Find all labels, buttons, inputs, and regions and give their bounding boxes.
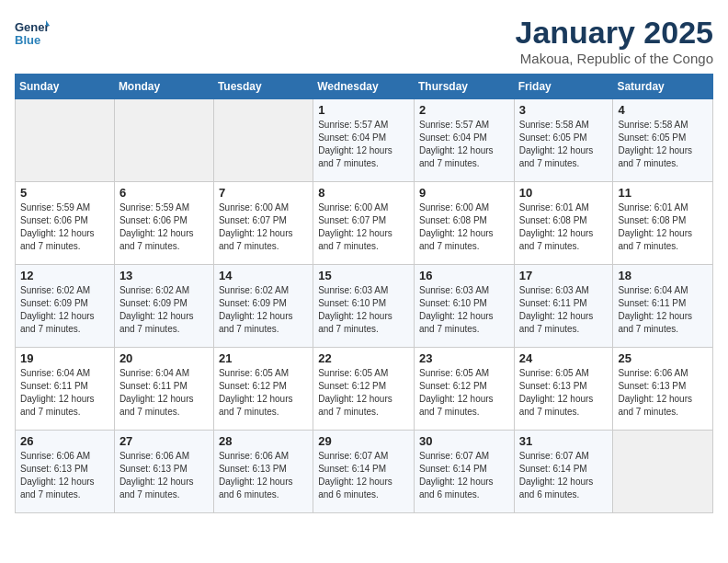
day-number: 16 <box>419 269 509 282</box>
calendar-cell: 13Sunrise: 6:02 AM Sunset: 6:09 PM Dayli… <box>114 265 213 348</box>
calendar-cell: 27Sunrise: 6:06 AM Sunset: 6:13 PM Dayli… <box>114 431 213 513</box>
calendar-cell <box>613 431 713 513</box>
day-number: 23 <box>419 351 509 365</box>
calendar-table: SundayMondayTuesdayWednesdayThursdayFrid… <box>15 74 713 513</box>
calendar-cell <box>114 99 213 182</box>
day-number: 3 <box>519 103 609 117</box>
day-info: Sunrise: 6:07 AM Sunset: 6:14 PM Dayligh… <box>419 450 509 501</box>
calendar-cell: 30Sunrise: 6:07 AM Sunset: 6:14 PM Dayli… <box>414 431 514 513</box>
day-info: Sunrise: 6:06 AM Sunset: 6:13 PM Dayligh… <box>219 450 308 501</box>
svg-text:General: General <box>15 20 50 34</box>
weekday-header-tuesday: Tuesday <box>213 75 313 99</box>
day-number: 31 <box>519 434 609 448</box>
day-info: Sunrise: 6:05 AM Sunset: 6:12 PM Dayligh… <box>318 367 409 419</box>
day-number: 13 <box>119 269 209 282</box>
day-info: Sunrise: 6:03 AM Sunset: 6:11 PM Dayligh… <box>519 284 609 336</box>
calendar-week-row: 1Sunrise: 5:57 AM Sunset: 6:04 PM Daylig… <box>16 99 713 182</box>
day-info: Sunrise: 6:02 AM Sunset: 6:09 PM Dayligh… <box>119 284 209 336</box>
day-number: 18 <box>618 269 708 282</box>
weekday-header-row: SundayMondayTuesdayWednesdayThursdayFrid… <box>16 75 713 99</box>
calendar-cell: 10Sunrise: 6:01 AM Sunset: 6:08 PM Dayli… <box>514 182 613 265</box>
day-number: 2 <box>419 103 509 117</box>
calendar-body: 1Sunrise: 5:57 AM Sunset: 6:04 PM Daylig… <box>16 99 713 513</box>
day-info: Sunrise: 6:00 AM Sunset: 6:08 PM Dayligh… <box>419 201 509 253</box>
calendar-cell: 28Sunrise: 6:06 AM Sunset: 6:13 PM Dayli… <box>213 431 313 513</box>
day-number: 27 <box>119 434 209 448</box>
day-number: 24 <box>519 351 609 365</box>
calendar-cell: 19Sunrise: 6:04 AM Sunset: 6:11 PM Dayli… <box>16 348 115 431</box>
calendar-week-row: 12Sunrise: 6:02 AM Sunset: 6:09 PM Dayli… <box>16 265 713 348</box>
calendar-cell: 6Sunrise: 5:59 AM Sunset: 6:06 PM Daylig… <box>114 182 213 265</box>
month-title: January 2025 <box>516 15 714 51</box>
weekday-header-thursday: Thursday <box>414 75 514 99</box>
day-info: Sunrise: 5:59 AM Sunset: 6:06 PM Dayligh… <box>119 201 209 253</box>
day-number: 11 <box>618 186 708 200</box>
day-number: 26 <box>20 434 109 448</box>
calendar-week-row: 19Sunrise: 6:04 AM Sunset: 6:11 PM Dayli… <box>16 348 713 431</box>
weekday-header-saturday: Saturday <box>613 75 713 99</box>
day-number: 17 <box>519 269 609 282</box>
calendar-cell: 3Sunrise: 5:58 AM Sunset: 6:05 PM Daylig… <box>514 99 613 182</box>
calendar-cell: 21Sunrise: 6:05 AM Sunset: 6:12 PM Dayli… <box>213 348 313 431</box>
calendar-cell: 24Sunrise: 6:05 AM Sunset: 6:13 PM Dayli… <box>514 348 613 431</box>
calendar-cell: 7Sunrise: 6:00 AM Sunset: 6:07 PM Daylig… <box>213 182 313 265</box>
calendar-cell: 12Sunrise: 6:02 AM Sunset: 6:09 PM Dayli… <box>16 265 115 348</box>
calendar-cell: 23Sunrise: 6:05 AM Sunset: 6:12 PM Dayli… <box>414 348 514 431</box>
calendar-cell: 8Sunrise: 6:00 AM Sunset: 6:07 PM Daylig… <box>313 182 415 265</box>
day-number: 22 <box>318 351 409 365</box>
calendar-cell: 17Sunrise: 6:03 AM Sunset: 6:11 PM Dayli… <box>514 265 613 348</box>
day-info: Sunrise: 5:58 AM Sunset: 6:05 PM Dayligh… <box>519 119 609 170</box>
day-number: 12 <box>20 269 109 282</box>
calendar-cell: 15Sunrise: 6:03 AM Sunset: 6:10 PM Dayli… <box>313 265 415 348</box>
day-number: 9 <box>419 186 509 200</box>
day-info: Sunrise: 6:04 AM Sunset: 6:11 PM Dayligh… <box>618 284 708 336</box>
day-info: Sunrise: 6:05 AM Sunset: 6:12 PM Dayligh… <box>219 367 308 419</box>
calendar-cell <box>213 99 313 182</box>
calendar-cell: 25Sunrise: 6:06 AM Sunset: 6:13 PM Dayli… <box>613 348 713 431</box>
calendar-cell: 14Sunrise: 6:02 AM Sunset: 6:09 PM Dayli… <box>213 265 313 348</box>
day-number: 5 <box>20 186 109 200</box>
calendar-week-row: 26Sunrise: 6:06 AM Sunset: 6:13 PM Dayli… <box>16 431 713 513</box>
day-info: Sunrise: 6:01 AM Sunset: 6:08 PM Dayligh… <box>618 201 708 253</box>
calendar-cell: 29Sunrise: 6:07 AM Sunset: 6:14 PM Dayli… <box>313 431 415 513</box>
day-info: Sunrise: 6:05 AM Sunset: 6:12 PM Dayligh… <box>419 367 509 419</box>
day-info: Sunrise: 6:04 AM Sunset: 6:11 PM Dayligh… <box>20 367 109 419</box>
day-info: Sunrise: 5:59 AM Sunset: 6:06 PM Dayligh… <box>20 201 109 253</box>
day-number: 29 <box>318 434 409 448</box>
weekday-header-monday: Monday <box>114 75 213 99</box>
calendar-cell: 16Sunrise: 6:03 AM Sunset: 6:10 PM Dayli… <box>414 265 514 348</box>
location-subtitle: Makoua, Republic of the Congo <box>516 51 714 66</box>
day-info: Sunrise: 6:00 AM Sunset: 6:07 PM Dayligh… <box>219 201 308 253</box>
calendar-cell: 2Sunrise: 5:57 AM Sunset: 6:04 PM Daylig… <box>414 99 514 182</box>
calendar-cell: 26Sunrise: 6:06 AM Sunset: 6:13 PM Dayli… <box>16 431 115 513</box>
svg-text:Blue: Blue <box>15 33 40 47</box>
title-area: January 2025 Makoua, Republic of the Con… <box>516 15 714 66</box>
day-info: Sunrise: 6:01 AM Sunset: 6:08 PM Dayligh… <box>519 201 609 253</box>
calendar-cell: 4Sunrise: 5:58 AM Sunset: 6:05 PM Daylig… <box>613 99 713 182</box>
day-info: Sunrise: 6:03 AM Sunset: 6:10 PM Dayligh… <box>318 284 409 336</box>
day-info: Sunrise: 6:02 AM Sunset: 6:09 PM Dayligh… <box>20 284 109 336</box>
day-info: Sunrise: 5:57 AM Sunset: 6:04 PM Dayligh… <box>419 119 509 170</box>
weekday-header-wednesday: Wednesday <box>313 75 415 99</box>
day-number: 8 <box>318 186 409 200</box>
day-info: Sunrise: 6:05 AM Sunset: 6:13 PM Dayligh… <box>519 367 609 419</box>
day-info: Sunrise: 5:57 AM Sunset: 6:04 PM Dayligh… <box>318 119 409 170</box>
day-info: Sunrise: 6:03 AM Sunset: 6:10 PM Dayligh… <box>419 284 509 336</box>
day-number: 19 <box>20 351 109 365</box>
day-info: Sunrise: 6:00 AM Sunset: 6:07 PM Dayligh… <box>318 201 409 253</box>
day-number: 28 <box>219 434 308 448</box>
calendar-header: SundayMondayTuesdayWednesdayThursdayFrid… <box>16 75 713 99</box>
calendar-cell: 5Sunrise: 5:59 AM Sunset: 6:06 PM Daylig… <box>16 182 115 265</box>
day-info: Sunrise: 6:06 AM Sunset: 6:13 PM Dayligh… <box>618 367 708 419</box>
day-number: 15 <box>318 269 409 282</box>
day-info: Sunrise: 6:06 AM Sunset: 6:13 PM Dayligh… <box>119 450 209 501</box>
day-info: Sunrise: 6:02 AM Sunset: 6:09 PM Dayligh… <box>219 284 308 336</box>
day-number: 1 <box>318 103 409 117</box>
calendar-cell: 22Sunrise: 6:05 AM Sunset: 6:12 PM Dayli… <box>313 348 415 431</box>
day-info: Sunrise: 6:07 AM Sunset: 6:14 PM Dayligh… <box>519 450 609 501</box>
calendar-cell: 31Sunrise: 6:07 AM Sunset: 6:14 PM Dayli… <box>514 431 613 513</box>
header: General Blue January 2025 Makoua, Republ… <box>15 15 713 66</box>
day-number: 21 <box>219 351 308 365</box>
day-number: 6 <box>119 186 209 200</box>
weekday-header-friday: Friday <box>514 75 613 99</box>
